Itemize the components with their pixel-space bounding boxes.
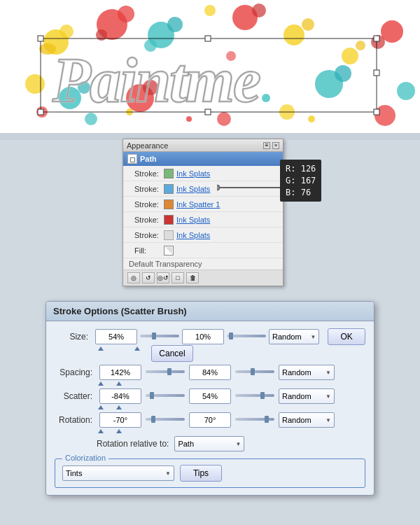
color-tooltip: R: 126 G: 167 B: 76 bbox=[280, 160, 321, 202]
g-value: G: 167 bbox=[286, 175, 316, 187]
svg-point-25 bbox=[25, 74, 45, 94]
toolbar-btn-5[interactable]: 🗑 bbox=[186, 272, 199, 284]
spacing-input-2[interactable] bbox=[189, 365, 231, 380]
stroke-name-4[interactable]: Ink Splats bbox=[176, 216, 210, 224]
scatter-dropdown-arrow: ▼ bbox=[326, 393, 331, 400]
transparency-label: Default Transparency bbox=[123, 258, 283, 270]
toolbar-btn-1[interactable]: ◎ bbox=[127, 272, 140, 284]
svg-text:Paintme: Paintme bbox=[52, 46, 260, 115]
relative-dropdown-arrow: ▼ bbox=[235, 441, 241, 447]
stroke-name-1[interactable]: Ink Splats bbox=[176, 169, 210, 178]
canvas-area: Paintme Paintme bbox=[0, 0, 420, 133]
scatter-input-2[interactable] bbox=[189, 388, 231, 404]
svg-point-17 bbox=[167, 17, 183, 32]
scatter-label: Scatter: bbox=[55, 391, 97, 401]
svg-rect-44 bbox=[205, 109, 211, 115]
size-dropdown[interactable]: Random ▼ bbox=[269, 329, 319, 344]
svg-rect-40 bbox=[374, 36, 379, 41]
colorization-row: Tints ▼ Tips bbox=[62, 465, 358, 482]
svg-point-23 bbox=[204, 5, 216, 16]
colorization-dropdown-arrow: ▼ bbox=[165, 470, 171, 477]
svg-point-26 bbox=[397, 82, 415, 100]
rotation-slider-1[interactable] bbox=[146, 418, 185, 421]
spacing-row: Spacing: Random ▼ bbox=[55, 365, 365, 380]
color-swatch-2 bbox=[164, 184, 174, 194]
size-row: Size: Random ▼ OK bbox=[55, 328, 365, 345]
toolbar-btn-2[interactable]: ↺ bbox=[142, 272, 155, 284]
toolbar-btn-3[interactable]: ◎↺ bbox=[157, 272, 169, 284]
rotation-input-2[interactable] bbox=[189, 412, 231, 428]
appearance-toolbar: ◎ ↺ ◎↺ □ 🗑 bbox=[123, 270, 283, 286]
rotation-input-1[interactable] bbox=[99, 412, 141, 428]
cancel-button[interactable]: Cancel bbox=[151, 345, 193, 362]
spacing-dropdown[interactable]: Random ▼ bbox=[279, 365, 335, 380]
svg-rect-45 bbox=[374, 70, 379, 76]
fill-icon bbox=[164, 246, 174, 255]
rotation-dropdown-arrow: ▼ bbox=[326, 417, 331, 424]
stroke-label-5: Stroke: bbox=[134, 231, 164, 239]
tips-button[interactable]: Tips bbox=[180, 465, 222, 482]
size-label: Size: bbox=[55, 332, 92, 342]
stroke-label-3: Stroke: bbox=[134, 200, 164, 209]
stroke-options-dialog: Stroke Options (Scatter Brush) Size: Ran… bbox=[46, 301, 374, 496]
size-arrow-up-2 bbox=[134, 346, 140, 351]
size-slider-1[interactable] bbox=[140, 335, 179, 337]
fill-row: Fill: bbox=[123, 243, 283, 258]
stroke-label-2: Stroke: bbox=[134, 185, 164, 193]
spacing-dropdown-arrow: ▼ bbox=[326, 370, 331, 376]
size-slider-2[interactable] bbox=[227, 335, 266, 337]
scatter-slider-2[interactable] bbox=[235, 394, 274, 397]
relative-dropdown[interactable]: Path ▼ bbox=[174, 436, 244, 451]
appearance-title-bar[interactable]: Appearance ≡ × bbox=[123, 139, 283, 152]
size-input-1[interactable] bbox=[95, 329, 137, 344]
stroke-row-4: Stroke: Ink Splats bbox=[123, 212, 283, 227]
menu-button[interactable]: ≡ bbox=[263, 142, 270, 149]
stroke-name-2[interactable]: Ink Splats bbox=[176, 185, 210, 193]
svg-rect-39 bbox=[38, 36, 43, 41]
scatter-slider-1[interactable] bbox=[146, 394, 185, 397]
size-arrow-up-1 bbox=[98, 346, 104, 351]
stroke-options-title: Stroke Options (Scatter Brush) bbox=[46, 302, 374, 321]
rotation-relative-row: Rotation relative to: Path ▼ bbox=[55, 436, 365, 451]
b-value: B: 76 bbox=[286, 187, 316, 199]
svg-rect-43 bbox=[205, 36, 211, 41]
size-dropdown-arrow: ▼ bbox=[310, 334, 316, 340]
size-input-2[interactable] bbox=[182, 329, 224, 344]
scatter-dropdown[interactable]: Random ▼ bbox=[279, 388, 335, 404]
toolbar-btn-4[interactable]: □ bbox=[172, 272, 184, 284]
svg-point-6 bbox=[356, 41, 365, 50]
rotation-arrow-up-1 bbox=[98, 429, 104, 433]
svg-point-31 bbox=[186, 116, 192, 122]
svg-rect-41 bbox=[38, 109, 43, 115]
rotation-arrow-up-2 bbox=[116, 429, 122, 433]
svg-point-4 bbox=[302, 18, 314, 31]
spacing-slider-2[interactable] bbox=[235, 370, 274, 373]
appearance-path-header: ▢ Path bbox=[123, 152, 283, 166]
path-label: Path bbox=[140, 155, 157, 163]
colorization-dropdown[interactable]: Tints ▼ bbox=[62, 465, 174, 481]
path-icon: ▢ bbox=[127, 154, 137, 164]
fill-label: Fill: bbox=[134, 246, 164, 255]
svg-rect-42 bbox=[374, 109, 379, 115]
scatter-arrow-up-2 bbox=[116, 405, 122, 410]
color-swatch-3 bbox=[164, 200, 174, 209]
spacing-slider-1[interactable] bbox=[146, 370, 185, 373]
appearance-panel-title: Appearance bbox=[127, 141, 168, 150]
stroke-row-5: Stroke: Ink Splats bbox=[123, 227, 283, 243]
spacing-arrow-up-2 bbox=[116, 382, 122, 386]
colorization-legend: Colorization bbox=[62, 454, 108, 462]
close-button[interactable]: × bbox=[272, 142, 279, 149]
stroke-name-5[interactable]: Ink Splats bbox=[176, 231, 210, 239]
scatter-row: Scatter: Random ▼ bbox=[55, 388, 365, 404]
stroke-label-1: Stroke: bbox=[134, 169, 164, 178]
rotation-label: Rotation: bbox=[55, 415, 97, 425]
stroke-name-3[interactable]: Ink Spatter 1 bbox=[176, 200, 220, 209]
scatter-input-1[interactable] bbox=[99, 388, 141, 404]
stroke-row-3: Stroke: Ink Spatter 1 bbox=[123, 197, 283, 212]
ok-button[interactable]: OK bbox=[328, 328, 365, 345]
rotation-slider-2[interactable] bbox=[235, 418, 274, 421]
color-swatch-1 bbox=[164, 169, 174, 178]
rotation-row: Rotation: Random ▼ bbox=[55, 412, 365, 428]
spacing-input-1[interactable] bbox=[99, 365, 141, 380]
rotation-dropdown[interactable]: Random ▼ bbox=[279, 412, 335, 428]
